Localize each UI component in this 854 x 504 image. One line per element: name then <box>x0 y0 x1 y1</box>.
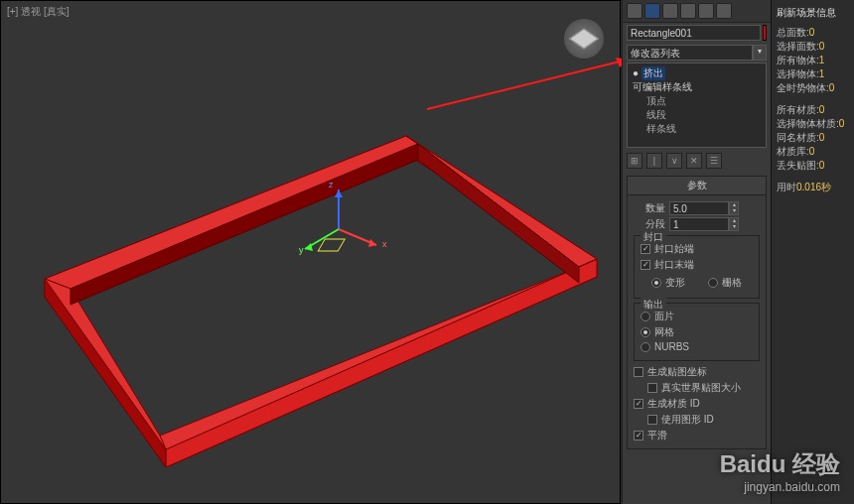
rectangle-frame <box>45 136 597 467</box>
create-tab-icon[interactable] <box>627 3 642 19</box>
nurbs-label: NURBS <box>654 341 689 352</box>
parameters-header[interactable]: 参数 <box>628 177 766 195</box>
output-title: 输出 <box>640 298 666 312</box>
modify-tab-icon[interactable] <box>644 3 660 19</box>
morph-label: 变形 <box>665 276 685 290</box>
make-unique-button[interactable]: ∨ <box>666 153 682 169</box>
remove-modifier-button[interactable]: ✕ <box>686 153 702 169</box>
smooth-checkbox[interactable] <box>634 431 643 441</box>
chevron-down-icon[interactable]: ▾ <box>753 45 767 61</box>
scene-stats-materials: 所有材质:0选择物体材质:0同名材质:0材质库:0丢失贴图:0 <box>777 103 849 173</box>
svg-marker-5 <box>45 136 418 289</box>
capping-title: 封口 <box>640 230 666 244</box>
cap-start-label: 封口始端 <box>654 242 694 256</box>
scene-stat-row: 材质库:0 <box>777 145 849 159</box>
object-name-input[interactable] <box>627 25 761 41</box>
gen-ids-checkbox[interactable] <box>634 399 643 409</box>
svg-marker-14 <box>368 239 376 247</box>
scene-stat-row: 总面数:0 <box>777 26 849 40</box>
amount-label: 数量 <box>634 201 665 215</box>
configure-sets-button[interactable]: ☰ <box>706 153 722 169</box>
scene-stat-time: 用时0.016秒 <box>777 181 849 194</box>
svg-marker-10 <box>418 144 579 283</box>
scene-stat-row: 选择物体:1 <box>777 67 849 81</box>
real-world-checkbox[interactable] <box>647 383 657 393</box>
segments-spinner-arrows[interactable]: ▴▾ <box>729 217 739 231</box>
bullet-icon: ● <box>633 67 641 78</box>
hierarchy-tab-icon[interactable] <box>662 3 678 19</box>
show-end-result-button[interactable]: | <box>646 153 662 169</box>
scene-stat-row: 所有物体:1 <box>777 54 849 67</box>
scene-info-title[interactable]: 刷新场景信息 <box>777 6 849 20</box>
svg-text:y: y <box>299 245 304 255</box>
cap-start-checkbox[interactable] <box>640 244 650 254</box>
scene-stat-row: 选择面数:0 <box>777 40 849 54</box>
motion-tab-icon[interactable] <box>680 3 696 19</box>
svg-text:x: x <box>382 239 387 249</box>
stack-toolbar: ⊞ | ∨ ✕ ☰ <box>623 150 771 172</box>
grid-radio[interactable] <box>708 278 718 288</box>
viewport-perspective[interactable]: [+] 透视 [真实] x <box>0 0 621 504</box>
svg-marker-4 <box>45 279 166 467</box>
use-ids-label: 使用图形 ID <box>661 413 714 427</box>
subobject-vertex[interactable]: 顶点 <box>633 94 761 108</box>
svg-marker-9 <box>71 144 418 305</box>
scene-stat-row: 同名材质:0 <box>777 131 849 145</box>
scene-stat-row: 所有材质:0 <box>777 103 849 117</box>
modifier-list-dropdown[interactable]: 修改器列表 <box>627 45 753 61</box>
patch-radio[interactable] <box>640 312 650 321</box>
cap-end-label: 封口末端 <box>654 258 694 272</box>
command-panel: 修改器列表 ▾ ● 挤出 可编辑样条线 顶点 线段 样条线 ⊞ | ∨ ✕ ☰ … <box>622 0 771 504</box>
scene-info-panel: 刷新场景信息 总面数:0选择面数:0所有物体:1选择物体:1全时势物体:0 所有… <box>771 0 854 504</box>
segments-spinner[interactable] <box>669 217 729 231</box>
svg-rect-17 <box>318 239 345 251</box>
capping-group: 封口 封口始端 封口末端 变形 栅格 <box>634 235 760 299</box>
svg-marker-3 <box>166 259 597 467</box>
gen-ids-label: 生成材质 ID <box>647 397 700 411</box>
modifier-stack[interactable]: ● 挤出 可编辑样条线 顶点 线段 样条线 <box>627 63 767 148</box>
patch-label: 面片 <box>654 310 674 323</box>
command-panel-tabs <box>623 0 771 23</box>
segments-label: 分段 <box>634 217 665 231</box>
scene-stat-row: 选择物体材质:0 <box>777 117 849 131</box>
object-color-swatch[interactable] <box>763 25 767 41</box>
gen-mapping-checkbox[interactable] <box>634 367 643 377</box>
gen-mapping-label: 生成贴图坐标 <box>647 365 707 379</box>
mesh-label: 网格 <box>654 325 674 339</box>
modifier-extrude[interactable]: 挤出 <box>641 66 665 80</box>
mesh-radio[interactable] <box>640 327 650 337</box>
grid-label: 栅格 <box>722 276 742 290</box>
morph-radio[interactable] <box>651 278 661 288</box>
display-tab-icon[interactable] <box>698 3 714 19</box>
subobject-spline[interactable]: 样条线 <box>633 122 761 136</box>
svg-text:z: z <box>329 180 334 189</box>
svg-marker-7 <box>160 259 597 449</box>
scene-stat-row: 丢失贴图:0 <box>777 159 849 173</box>
utilities-tab-icon[interactable] <box>716 3 732 19</box>
scene-stats-geometry: 总面数:0选择面数:0所有物体:1选择物体:1全时势物体:0 <box>777 26 849 95</box>
nurbs-radio[interactable] <box>640 342 650 352</box>
real-world-label: 真实世界贴图大小 <box>661 381 741 395</box>
subobject-segment[interactable]: 线段 <box>633 108 761 122</box>
amount-spinner[interactable] <box>669 201 729 215</box>
base-object-editable-spline[interactable]: 可编辑样条线 <box>633 80 761 94</box>
use-ids-checkbox[interactable] <box>647 415 657 425</box>
pin-stack-button[interactable]: ⊞ <box>627 153 642 169</box>
cap-end-checkbox[interactable] <box>640 260 650 270</box>
output-group: 输出 面片 网格 NURBS <box>634 303 760 361</box>
svg-marker-8 <box>45 279 166 449</box>
parameters-rollout: 参数 数量 ▴▾ 分段 ▴▾ 封口 封口始端 封口末端 <box>627 176 767 449</box>
amount-spinner-arrows[interactable]: ▴▾ <box>729 201 739 215</box>
scene-geometry: x y z <box>1 1 622 504</box>
svg-marker-6 <box>406 136 597 267</box>
smooth-label: 平滑 <box>647 429 667 442</box>
scene-stat-row: 全时势物体:0 <box>777 81 849 95</box>
